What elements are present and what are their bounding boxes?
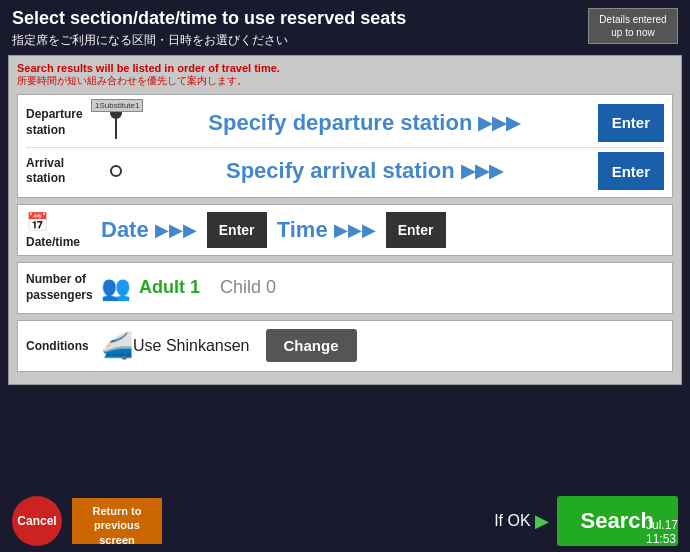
- departure-row: Departure station 1Substitute1 Specify d…: [26, 101, 664, 145]
- time-arrows: ▶▶▶: [334, 219, 376, 241]
- time-label: Time: [277, 217, 328, 243]
- passengers-icon: 👥: [101, 274, 131, 302]
- if-ok-text: If OK: [494, 512, 530, 530]
- arrival-row: Arrival station Specify arrival station …: [26, 147, 664, 191]
- datetime-label: Date/time: [26, 235, 80, 249]
- shinkansen-icon: 🚄: [101, 330, 133, 361]
- time-item: Time ▶▶▶: [277, 217, 376, 243]
- departure-label: Departure station: [26, 107, 101, 138]
- page-title-en: Select section/date/time to use reserved…: [12, 8, 678, 30]
- conditions-section: Conditions 🚄 Use Shinkansen Change: [17, 320, 673, 372]
- passengers-section: Number of passengers 👥 Adult 1 Child 0: [17, 262, 673, 314]
- departure-arrows: ▶▶▶: [478, 112, 520, 134]
- station-section: Departure station 1Substitute1 Specify d…: [17, 94, 673, 198]
- datetime-label-col: 📅 Date/time: [26, 211, 101, 249]
- arrival-placeholder-text: Specify arrival station: [226, 158, 455, 184]
- departure-enter-button[interactable]: Enter: [598, 104, 664, 142]
- header: Select section/date/time to use reserved…: [0, 0, 690, 55]
- arrival-dot: [110, 165, 122, 177]
- arrival-enter-button[interactable]: Enter: [598, 152, 664, 190]
- station-icon-arrival: [101, 165, 131, 177]
- notice-jp: 所要時間が短い組み合わせを優先して案内します。: [17, 74, 673, 88]
- substitute-tag: 1Substitute1: [91, 99, 143, 112]
- timestamp: Jul.17 11:53: [646, 518, 678, 546]
- date-label: Date: [101, 217, 149, 243]
- conditions-value: Use Shinkansen: [133, 337, 250, 355]
- calendar-icon: 📅: [26, 211, 48, 233]
- cancel-button[interactable]: Cancel: [12, 496, 62, 546]
- if-ok-arrow: ▶: [535, 510, 549, 532]
- passengers-label: Number of passengers: [26, 272, 101, 303]
- bottom-bar: Cancel Return to previous screen If OK ▶…: [0, 490, 690, 552]
- change-button[interactable]: Change: [266, 329, 357, 362]
- arrival-arrows: ▶▶▶: [461, 160, 503, 182]
- main-content: Search results will be listed in order o…: [8, 55, 682, 385]
- notice-en: Search results will be listed in order o…: [17, 62, 673, 74]
- datetime-section: 📅 Date/time Date ▶▶▶ Enter Time ▶▶▶ Ente…: [17, 204, 673, 256]
- date-item: Date ▶▶▶: [101, 217, 197, 243]
- station-icon-departure: 1Substitute1: [101, 107, 131, 139]
- date-arrows: ▶▶▶: [155, 219, 197, 241]
- if-ok-label: If OK ▶: [494, 510, 548, 532]
- arrival-label: Arrival station: [26, 156, 101, 187]
- details-entered-button[interactable]: Details entered up to now: [588, 8, 678, 44]
- child-count: Child 0: [220, 277, 276, 298]
- conditions-label: Conditions: [26, 339, 101, 353]
- date-enter-button[interactable]: Enter: [207, 212, 267, 248]
- connector-line: [115, 119, 117, 139]
- departure-placeholder-text: Specify departure station: [208, 110, 472, 136]
- adult-count: Adult 1: [139, 277, 200, 298]
- arrival-station-name: Specify arrival station ▶▶▶: [131, 158, 598, 184]
- return-button[interactable]: Return to previous screen: [72, 498, 162, 544]
- departure-station-name: Specify departure station ▶▶▶: [131, 110, 598, 136]
- datetime-controls: Date ▶▶▶ Enter Time ▶▶▶ Enter: [101, 212, 664, 248]
- time-enter-button[interactable]: Enter: [386, 212, 446, 248]
- page-title-jp: 指定席をご利用になる区間・日時をお選びください: [12, 32, 678, 49]
